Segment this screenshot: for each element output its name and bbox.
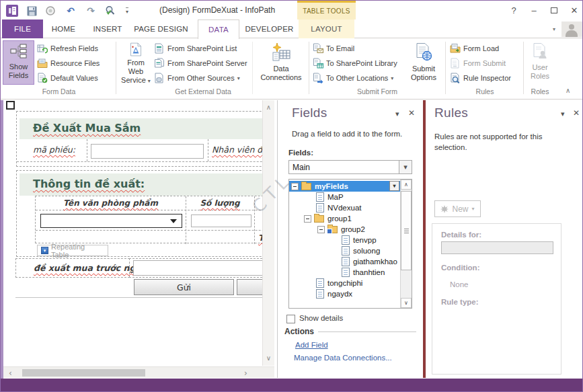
tab-file[interactable]: FILE xyxy=(2,19,43,38)
tree-item-group1[interactable]: group1 xyxy=(289,213,400,224)
tab-home[interactable]: HOME xyxy=(45,19,82,38)
tree-item-myfields[interactable]: myFields ▾ xyxy=(289,181,400,192)
expander-icon[interactable] xyxy=(304,215,311,223)
date-label-cell[interactable]: đề xuất mua trước ngày xyxy=(15,258,130,278)
title-bar: ↶ ↷ ▾ (Design) FormDeXuat - InfoPath TAB… xyxy=(1,1,582,19)
fields-panel-title: Fields xyxy=(292,106,327,120)
tree-item-tenvpp[interactable]: tenvpp xyxy=(289,235,400,245)
tree-scrollbar[interactable]: ∧ ∨ xyxy=(400,180,412,308)
column-header-soluong: Số lượng xyxy=(186,198,254,208)
pane-close-icon[interactable]: ✕ xyxy=(573,108,580,118)
undo-icon[interactable]: ↶ xyxy=(64,5,77,17)
dropdown-button[interactable]: ▾ xyxy=(399,161,412,173)
cell-divider xyxy=(208,139,208,161)
ma-phieu-label: mã phiếu: xyxy=(33,145,75,155)
tree-scroll-down[interactable]: ∨ xyxy=(401,298,412,308)
canvas-horizontal-scrollbar[interactable]: ‹ › xyxy=(3,366,274,378)
data-source-dropdown[interactable]: Main ▾ xyxy=(288,160,412,174)
tree-scroll-up[interactable]: ∧ xyxy=(401,180,412,190)
details-for-input xyxy=(441,241,553,254)
column-divider xyxy=(254,196,255,244)
form-title: Đề Xuất Mua Sắm xyxy=(33,122,141,134)
date-input[interactable] xyxy=(133,260,265,276)
actions-section-header: Actions xyxy=(284,327,416,336)
add-field-link[interactable]: Add Field xyxy=(295,341,328,349)
tab-insert[interactable]: INSERT xyxy=(89,19,126,38)
close-button[interactable]: ✕ xyxy=(567,4,582,16)
design-checker-icon[interactable] xyxy=(104,5,117,17)
show-details-label: Show details xyxy=(299,314,343,322)
send-button[interactable]: Gửi xyxy=(134,279,234,295)
tree-scroll-thumb[interactable] xyxy=(401,191,412,270)
group-divider xyxy=(116,42,116,94)
show-details-checkbox[interactable] xyxy=(286,315,295,323)
tab-page-design[interactable]: PAGE DESIGN xyxy=(126,19,196,38)
tree-item-giathamkhao[interactable]: giathamkhao xyxy=(289,256,400,267)
pane-menu-icon[interactable]: ▾ xyxy=(395,110,399,118)
tree-item-map[interactable]: MaP xyxy=(289,192,400,202)
tree-item-thanhtien[interactable]: thanhtien xyxy=(289,267,400,278)
tree-item-group2[interactable]: group2 xyxy=(289,224,400,235)
new-rule-button: New ▾ xyxy=(434,200,481,217)
group-label-submit-form: Submit Form xyxy=(311,87,443,97)
group-label-form-data: Form Data xyxy=(3,87,115,97)
scroll-up-icon[interactable]: ∧ xyxy=(263,104,274,111)
dropdown-caret: ▾ xyxy=(472,206,475,212)
nhan-vien-label: Nhân viên đề x xyxy=(212,145,265,155)
tree-item-ngaydx[interactable]: ngaydx xyxy=(289,288,400,299)
canvas-vertical-scrollbar[interactable]: ∧ ∨ xyxy=(262,100,274,366)
form-design-canvas[interactable]: Đề Xuất Mua Sắm mã phiếu: Nhân viên đề x… xyxy=(3,100,265,366)
quantity-input[interactable] xyxy=(191,214,251,227)
form-section-header[interactable]: Đề Xuất Mua Sắm mã phiếu: Nhân viên đề x xyxy=(16,111,265,167)
condition-value: None xyxy=(450,280,469,288)
tree-item-soluong[interactable]: soluong xyxy=(289,245,400,256)
fields-task-pane: Fields ▾ ✕ Drag a field to add it to the… xyxy=(277,100,423,378)
preview-icon[interactable] xyxy=(44,5,57,17)
table-header-divider xyxy=(36,210,265,210)
scroll-left-icon[interactable]: ‹ xyxy=(9,368,12,378)
user-avatar[interactable] xyxy=(561,22,582,37)
field-icon xyxy=(316,203,324,212)
field-icon xyxy=(316,289,324,299)
rules-message: Rules are not supported for this selecti… xyxy=(434,131,557,153)
redo-icon[interactable]: ↷ xyxy=(84,5,98,17)
scroll-down-icon[interactable]: ∨ xyxy=(263,354,274,362)
item-name-dropdown[interactable] xyxy=(40,214,182,228)
window-title: (Design) FormDeXuat - InfoPath xyxy=(159,5,275,15)
pane-menu-icon[interactable]: ▾ xyxy=(561,110,565,118)
pane-close-icon[interactable]: ✕ xyxy=(408,108,415,118)
group-label-roles: Roles xyxy=(524,87,556,97)
ma-phieu-input[interactable] xyxy=(91,144,204,159)
secondary-button-partial[interactable] xyxy=(237,279,265,295)
group-divider xyxy=(309,42,309,94)
repeating-table[interactable]: Tên văn phòng phẩm Số lượng T xyxy=(35,196,265,243)
cell-divider xyxy=(87,139,87,161)
account-dropdown-caret[interactable]: ▾ xyxy=(553,26,555,32)
expander-icon[interactable] xyxy=(317,226,325,233)
maximize-button[interactable] xyxy=(547,4,561,16)
tree-item-tongchiphi[interactable]: tongchiphi xyxy=(289,278,400,288)
repeating-table-tab[interactable]: ▾ Repeating Table xyxy=(37,245,108,256)
scroll-right-icon[interactable]: › xyxy=(244,368,247,378)
fields-tree[interactable]: myFields ▾ MaP NVdexuat group1 group2 te… xyxy=(288,179,412,309)
form-selection-handle[interactable] xyxy=(6,101,15,110)
folder-icon xyxy=(301,183,311,190)
avatar-body xyxy=(566,30,578,37)
tab-data[interactable]: DATA xyxy=(198,19,239,39)
collapse-ribbon-icon[interactable]: ∧ xyxy=(566,87,570,94)
help-button[interactable]: ? xyxy=(506,4,521,16)
tab-layout[interactable]: LAYOUT xyxy=(299,19,354,38)
save-icon[interactable] xyxy=(25,5,38,17)
expander-icon[interactable] xyxy=(291,183,299,190)
form-section-details[interactable]: Thông tin đề xuất: Tên văn phòng phẩm Số… xyxy=(16,170,265,257)
form-bottom-line xyxy=(15,297,265,298)
tab-developer[interactable]: DEVELOPER xyxy=(240,19,299,38)
tree-item-nvdexuat[interactable]: NVdexuat xyxy=(289,202,400,213)
field-icon xyxy=(342,246,350,256)
infopath-app-icon[interactable] xyxy=(5,5,19,17)
horizontal-scroll-thumb[interactable] xyxy=(22,369,145,377)
qat-customize-icon[interactable]: ▾ xyxy=(122,5,132,17)
minimize-button[interactable]: – xyxy=(527,4,541,16)
manage-data-connections-link[interactable]: Manage Data Connections... xyxy=(294,354,392,362)
item-dropdown-button[interactable]: ▾ xyxy=(389,181,399,191)
